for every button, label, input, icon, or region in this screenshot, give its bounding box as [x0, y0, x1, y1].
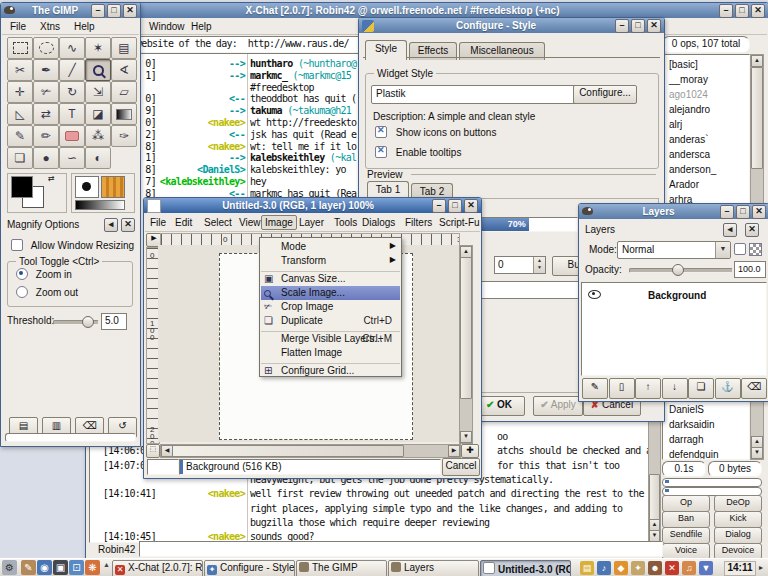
unit-combo[interactable] — [147, 459, 179, 475]
menu-layer[interactable]: Layer — [299, 217, 324, 228]
tool-eraser-icon[interactable] — [59, 125, 85, 147]
menu-view[interactable]: View — [239, 217, 261, 228]
threshold-slider-thumb[interactable] — [82, 316, 94, 328]
deop-button[interactable]: DeOp — [714, 495, 762, 512]
detach-icon[interactable]: ◂ — [723, 223, 737, 237]
configure-style-titlebar[interactable]: Configure - Style – □ ✕ — [359, 18, 664, 33]
tool-scissors-icon[interactable]: ✂ — [7, 59, 33, 81]
tool-text-icon[interactable]: T — [59, 103, 85, 125]
tool-ink-icon[interactable]: ✑ — [111, 125, 137, 147]
menu-item-crop-image[interactable]: ✃Crop Image — [261, 300, 400, 314]
globe-icon[interactable]: ◉ — [37, 560, 52, 575]
tool-rotate-icon[interactable]: ↻ — [59, 81, 85, 103]
task-button[interactable]: The GIMP — [296, 560, 387, 576]
tool-crop-icon[interactable]: ✃ — [33, 81, 59, 103]
zoom-out-radio[interactable] — [16, 286, 28, 298]
user-item[interactable]: defendguin — [669, 449, 719, 460]
menu-edit[interactable]: Edit — [175, 217, 192, 228]
menu-select[interactable]: Select — [204, 217, 232, 228]
menu-window[interactable]: Window — [149, 21, 185, 32]
minimize-icon[interactable]: – — [719, 4, 733, 18]
user-item[interactable]: alrj — [669, 119, 682, 130]
layers-list[interactable]: Background — [581, 282, 767, 376]
menu-help[interactable]: Help — [74, 21, 95, 32]
close-icon[interactable]: ✕ — [121, 218, 135, 232]
menu-item-flatten-image[interactable]: Flatten Image — [261, 346, 400, 360]
raise-layer-button[interactable]: ↑ — [635, 378, 661, 399]
menu-image[interactable]: Image — [261, 215, 297, 230]
scroll-down-icon[interactable]: ▼ — [460, 431, 472, 443]
menu-filters[interactable]: Filters — [405, 217, 432, 228]
scroll-up-icon[interactable]: ▲ — [751, 55, 763, 67]
allow-resize-checkbox[interactable] — [11, 239, 23, 251]
user-item[interactable]: darragh — [669, 434, 703, 445]
foreground-color-swatch[interactable] — [11, 176, 33, 198]
edit-layer-button[interactable]: ✎ — [582, 378, 608, 399]
keep-transparency-checkbox[interactable] — [734, 243, 746, 255]
opacity-slider-thumb[interactable] — [672, 264, 684, 276]
menu-item-merge-visible-layers[interactable]: Merge Visible Layers...Ctrl+M — [261, 332, 400, 346]
maximize-icon[interactable]: □ — [631, 19, 645, 33]
close-icon[interactable]: ✕ — [751, 4, 765, 18]
floppy-tray-icon[interactable]: ▼ — [699, 561, 713, 575]
maximize-icon[interactable]: □ — [107, 4, 121, 18]
vscrollbar-thumb[interactable] — [460, 257, 472, 399]
menu-dialogs[interactable]: Dialogs — [362, 217, 395, 228]
ban-button[interactable]: Ban — [662, 511, 710, 528]
keys-tray-icon[interactable]: ✦ — [631, 561, 645, 575]
userlist-scrollbar-thumb[interactable] — [751, 67, 763, 169]
minimize-icon[interactable]: – — [91, 4, 105, 18]
hscrollbar-thumb[interactable] — [172, 445, 404, 457]
visibility-eye-icon[interactable] — [588, 290, 601, 299]
configure-button[interactable]: Configure... — [573, 85, 637, 104]
menu-item-transform[interactable]: Transform▶ — [261, 254, 400, 268]
show-icons-checkbox[interactable] — [375, 126, 387, 138]
opacity-slider[interactable] — [629, 268, 733, 273]
threshold-slider[interactable] — [53, 320, 99, 325]
tool-gradient-icon[interactable] — [111, 103, 137, 125]
menu-item-scale-image[interactable]: Scale Image... — [261, 286, 400, 300]
delete-layer-button[interactable]: ⌫ — [741, 378, 767, 399]
tool-ellipse-select-icon[interactable] — [33, 37, 59, 59]
canvas-hscrollbar[interactable]: ◀ ▶ — [160, 444, 461, 458]
layer-row-background[interactable]: Background — [582, 286, 766, 304]
new-layer-button[interactable]: ▯ — [609, 378, 635, 399]
user-item[interactable]: alejandro — [669, 104, 710, 115]
op-button[interactable]: Op — [662, 495, 710, 512]
sendfile-button[interactable]: Sendfile — [662, 527, 710, 544]
chevron-down-icon[interactable]: ▼ — [715, 242, 730, 258]
user-item[interactable]: DanielS — [669, 404, 704, 415]
user-item[interactable]: anderas` — [669, 134, 708, 145]
scroll-right-icon[interactable]: ▶ — [448, 445, 460, 457]
maximize-icon[interactable]: □ — [736, 205, 750, 219]
task-button[interactable]: Layers — [388, 560, 479, 576]
menu-tools[interactable]: Tools — [334, 217, 357, 228]
preview-spinbox[interactable]: 0 ▲▼ — [494, 256, 546, 274]
task-button[interactable]: Untitled-3.0 (RGB — [480, 560, 571, 576]
tab-style[interactable]: Style — [365, 40, 407, 60]
tool-lasso-icon[interactable]: ∿ — [59, 37, 85, 59]
zoom-in-radio[interactable] — [16, 268, 28, 280]
tool-paths-icon[interactable]: ✒ — [33, 59, 59, 81]
tool-measure-icon[interactable]: ∢ — [111, 59, 137, 81]
xchat-titlebar[interactable]: X-Chat [2.0.7]: Robin42 @ orwell.freenod… — [86, 3, 768, 18]
opacity-spinbox[interactable]: 100.0 — [734, 261, 766, 278]
swap-colors-icon[interactable]: ⇄ — [48, 174, 55, 183]
navigation-icon[interactable]: ✚ — [461, 444, 479, 458]
clock[interactable]: 14:11 — [724, 561, 756, 576]
quickmask-button[interactable]: ⬚ — [146, 444, 160, 458]
duplicate-layer-button[interactable]: ❏ — [688, 378, 714, 399]
close-icon[interactable]: ✕ — [752, 205, 766, 219]
threshold-spinbox[interactable]: 5.0 — [101, 313, 127, 330]
tool-clone-icon[interactable]: ❏ — [7, 147, 33, 169]
wing-tray-icon[interactable]: ♫ — [682, 561, 696, 575]
chat-scrollbar-thumb[interactable] — [649, 474, 660, 521]
nick-label[interactable]: Robin42 — [98, 544, 135, 555]
menu-item-configure-grid[interactable]: ⊞Configure Grid... — [261, 364, 400, 378]
tool-fuzzy-select-icon[interactable]: ✶ — [85, 37, 111, 59]
tool-select-by-color-icon[interactable]: ▤ — [111, 37, 137, 59]
klipper-tray-icon[interactable]: ▤ — [580, 561, 594, 575]
chat-input[interactable] — [139, 541, 663, 557]
volume-tray-icon[interactable]: ♪ — [597, 561, 611, 575]
gimp-titlebar[interactable]: The GIMP – □ ✕ — [1, 3, 140, 18]
